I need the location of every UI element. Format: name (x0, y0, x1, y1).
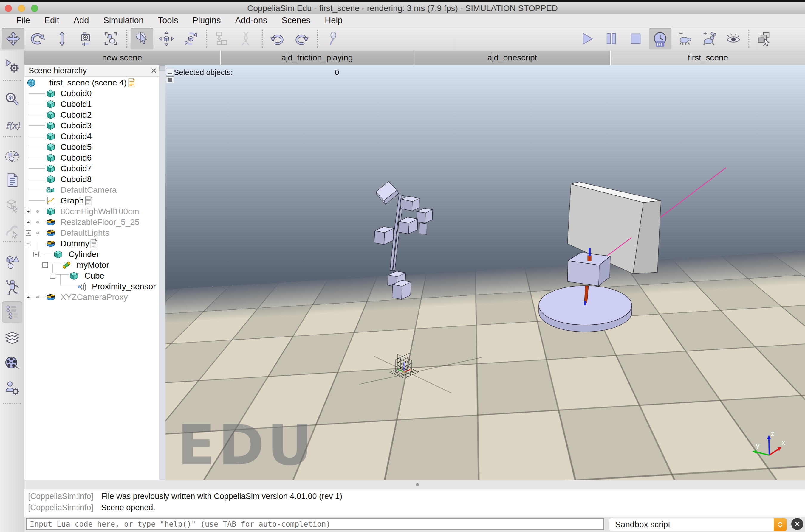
tree-item-proximity-sensor[interactable]: Proximity_sensor (24, 281, 159, 292)
tree-item-defaultcamera[interactable]: DefaultCamera (24, 185, 159, 195)
menu-edit[interactable]: Edit (37, 16, 67, 25)
assemble-button (211, 28, 233, 50)
hierarchy-scrollbar[interactable] (159, 65, 165, 480)
menu-tools[interactable]: Tools (151, 16, 185, 25)
info-square-button[interactable] (166, 76, 174, 83)
camera-zoom-button[interactable] (51, 28, 73, 50)
tree-item-cuboid1[interactable]: Cuboid1 (24, 99, 159, 110)
hierarchy-icon (4, 304, 20, 320)
collapse-icon[interactable]: − (50, 273, 55, 279)
camera-pan-button[interactable] (2, 28, 24, 50)
stop-simulation-button[interactable] (624, 28, 647, 50)
tab-ajd-friction-playing[interactable]: ajd_friction_playing (221, 51, 414, 65)
lua-console-input[interactable] (26, 518, 604, 530)
tree-item-graph[interactable]: Graph (24, 195, 159, 206)
camera-icon (46, 186, 55, 194)
object-shift-button[interactable] (155, 28, 178, 50)
undo-button[interactable] (266, 28, 289, 50)
tree-item-cuboid2[interactable]: Cuboid2 (24, 110, 159, 120)
pause-simulation-button[interactable] (600, 28, 623, 50)
layers-button[interactable] (2, 327, 22, 348)
dropdown-stepper[interactable] (774, 518, 787, 531)
scrollbar-button[interactable] (159, 65, 165, 71)
collapse-icon[interactable]: − (26, 241, 31, 246)
page-selector-icon (756, 31, 772, 46)
window-title: CoppeliaSim Edu - first_scene - renderin… (0, 4, 805, 13)
tree-item-first-scene[interactable]: first_scene (scene 4) (24, 77, 159, 88)
info-minimize-button[interactable] (166, 69, 174, 75)
cuboid-tower[interactable] (374, 182, 433, 299)
tree-item-mymotor[interactable]: −myMotor (24, 260, 159, 270)
tree-item-defaultlights[interactable]: +DefaultLights (24, 228, 159, 238)
cuboid-icon (46, 153, 55, 162)
main-script-icon[interactable] (128, 78, 136, 87)
pause-icon (603, 31, 619, 46)
tree-item-cuboid5[interactable]: Cuboid5 (24, 142, 159, 153)
primitives-button[interactable] (2, 251, 22, 272)
calculation-modules-button[interactable] (2, 115, 22, 136)
tree-item-dummy[interactable]: −Dummy (24, 238, 159, 249)
expand-icon[interactable]: + (26, 209, 31, 214)
console-close-button[interactable] (791, 518, 803, 530)
tree-item-cylinder[interactable]: −Cylinder (24, 249, 159, 260)
fx-icon (4, 118, 20, 133)
splitter-grip[interactable] (416, 483, 419, 486)
expand-icon[interactable]: + (26, 294, 31, 300)
camera-angle-button[interactable] (75, 28, 98, 50)
start-simulation-button[interactable] (575, 28, 598, 50)
menu-help[interactable]: Help (317, 16, 350, 25)
tree-item-cuboid6[interactable]: Cuboid6 (24, 153, 159, 163)
horizontal-splitter[interactable] (24, 480, 805, 489)
script-icon (4, 172, 20, 188)
toolbar-separator (3, 136, 21, 137)
model-browser-button[interactable] (2, 277, 22, 298)
tree-item-cuboid0[interactable]: Cuboid0 (24, 88, 159, 99)
fit-to-view-button[interactable] (99, 28, 122, 50)
simulation-settings-button[interactable] (2, 55, 22, 77)
menu-addons[interactable]: Add-ons (228, 16, 275, 25)
camera-rotate-button[interactable] (26, 28, 49, 50)
tree-item-cuboid3[interactable]: Cuboid3 (24, 120, 159, 131)
tree-item-cuboid7[interactable]: Cuboid7 (24, 163, 159, 174)
script-icon[interactable] (90, 239, 98, 248)
xyz-camera-proxy-marker[interactable] (359, 353, 481, 393)
tree-item-cuboid4[interactable]: Cuboid4 (24, 131, 159, 142)
slow-down-button[interactable] (673, 28, 696, 50)
visualization-toggle-button[interactable] (722, 28, 745, 50)
real-time-toggle-button[interactable]: RT (649, 28, 672, 50)
find-object-button[interactable] (2, 89, 22, 110)
pin-button[interactable] (322, 28, 344, 50)
expand-icon[interactable]: + (26, 220, 31, 225)
menu-add[interactable]: Add (67, 16, 96, 25)
tree-item-xyzcameraproxy[interactable]: +XYZCameraProxy (24, 292, 159, 303)
user-settings-button[interactable] (2, 377, 22, 399)
tree-item-cube[interactable]: −Cube (24, 270, 159, 281)
script-icon[interactable] (85, 196, 92, 205)
page-selector-button[interactable] (753, 28, 775, 50)
menu-simulation[interactable]: Simulation (96, 16, 150, 25)
script-select[interactable]: Sandbox script (609, 518, 787, 531)
redo-button[interactable] (290, 28, 313, 50)
tree-item-resizablefloor-5-25[interactable]: +ResizableFloor_5_25 (24, 217, 159, 228)
scripts-button[interactable] (2, 170, 22, 191)
object-select-button[interactable] (131, 28, 153, 50)
menu-plugins[interactable]: Plugins (185, 16, 228, 25)
tab-ajd-onescript[interactable]: ajd_onescript (415, 51, 610, 65)
collections-button[interactable] (2, 145, 22, 167)
menu-file[interactable]: File (9, 16, 37, 25)
expand-icon[interactable]: + (26, 230, 31, 235)
collapse-icon[interactable]: − (42, 262, 48, 268)
tree-item-80cmhighwall100cm[interactable]: +80cmHighWall100cm (24, 206, 159, 217)
menu-scenes[interactable]: Scenes (275, 16, 318, 25)
speed-up-button[interactable] (698, 28, 720, 50)
tab-new-scene[interactable]: new scene (24, 51, 220, 65)
assemble-icon (214, 31, 230, 46)
collapse-icon[interactable]: − (33, 252, 39, 257)
viewport-3d[interactable]: EDU (165, 65, 805, 480)
tree-item-cuboid8[interactable]: Cuboid8 (24, 174, 159, 185)
video-recorder-button[interactable] (2, 352, 22, 373)
object-rotate-button[interactable] (180, 28, 202, 50)
hierarchy-close-button[interactable] (149, 66, 159, 75)
tab-first-scene[interactable]: first_scene (611, 51, 805, 65)
scene-hierarchy-button[interactable] (2, 301, 22, 323)
